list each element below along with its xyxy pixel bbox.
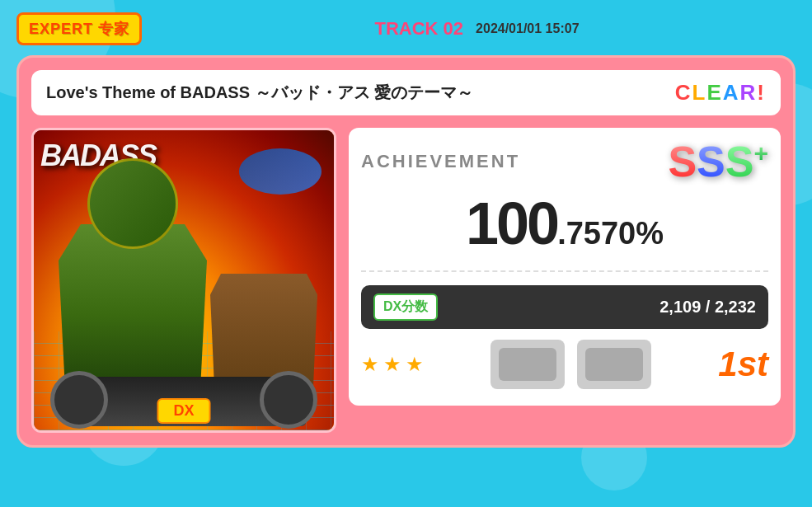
album-art-content: BADASS: [34, 130, 334, 430]
album-art-container: BADASS DX: [31, 128, 336, 433]
content-area: BADASS DX: [31, 128, 781, 433]
dx-label: DX: [157, 398, 210, 424]
main-container: EXPERT 专家 TRACK 02 2024/01/01 15:07 Love…: [0, 0, 812, 460]
track-info: TRACK 02 2024/01/01 15:07: [158, 18, 796, 40]
song-title-bar: Love's Theme of BADASS ～バッド・アス 愛のテーマ～ CL…: [31, 70, 781, 115]
clear-exclaim: !: [757, 80, 766, 106]
sss-s2: S: [697, 138, 725, 185]
score-percent: %: [636, 216, 664, 251]
clear-badge: CLEAR!: [675, 80, 766, 106]
star-2: ★: [383, 353, 401, 376]
header-bar: EXPERT 专家 TRACK 02 2024/01/01 15:07: [16, 12, 796, 45]
dx-score-label: DX分数: [373, 293, 438, 321]
stars-container: ★ ★ ★: [361, 353, 424, 376]
achievement-header: ACHIEVEMENT SSS+: [361, 140, 768, 183]
stars-rank-row: ★ ★ ★ 1st: [361, 336, 768, 393]
sss-container: SSS+: [668, 140, 768, 183]
art-wheel2: [260, 371, 317, 429]
clear-e: E: [706, 80, 722, 106]
clear-c: C: [675, 80, 692, 106]
track-number: TRACK 02: [375, 18, 464, 40]
icon-placeholder-1: [490, 340, 565, 389]
score-integer: 100: [466, 190, 557, 256]
expert-label: EXPERT 专家: [29, 21, 129, 37]
achievement-label: ACHIEVEMENT: [361, 151, 520, 172]
main-card: Love's Theme of BADASS ～バッド・アス 愛のテーマ～ CL…: [16, 55, 796, 448]
icons-row: [490, 340, 651, 389]
expert-badge: EXPERT 专家: [16, 12, 142, 45]
album-art-bg: BADASS: [34, 130, 334, 430]
dx-score-section: DX分数 2,109 / 2,232: [361, 285, 768, 329]
track-datetime: 2024/01/01 15:07: [476, 21, 579, 36]
icon-inner-2: [585, 348, 643, 381]
score-decimal: .7570: [557, 216, 636, 251]
sss-badge: SSS+: [668, 140, 768, 183]
star-1: ★: [361, 353, 379, 376]
art-head: [87, 158, 178, 249]
rank-badge: 1st: [718, 345, 768, 384]
dx-score-value: 2,109 / 2,232: [659, 298, 756, 317]
star-3: ★: [406, 353, 424, 376]
icon-inner-1: [499, 348, 556, 381]
achievement-section: ACHIEVEMENT SSS+ 100.7570%: [349, 128, 781, 406]
sss-s3: S: [725, 138, 754, 185]
art-wheel1: [50, 371, 108, 429]
clear-a: A: [723, 80, 740, 106]
achievement-score: 100.7570%: [361, 190, 768, 257]
song-title: Love's Theme of BADASS ～バッド・アス 愛のテーマ～: [46, 82, 473, 104]
sss-s1: S: [668, 138, 697, 185]
clear-l: L: [692, 80, 707, 106]
icon-placeholder-2: [577, 340, 651, 389]
score-divider: [361, 270, 768, 272]
clear-r: R: [740, 80, 758, 106]
sss-plus: +: [753, 139, 768, 167]
right-panel: ACHIEVEMENT SSS+ 100.7570%: [349, 128, 781, 433]
